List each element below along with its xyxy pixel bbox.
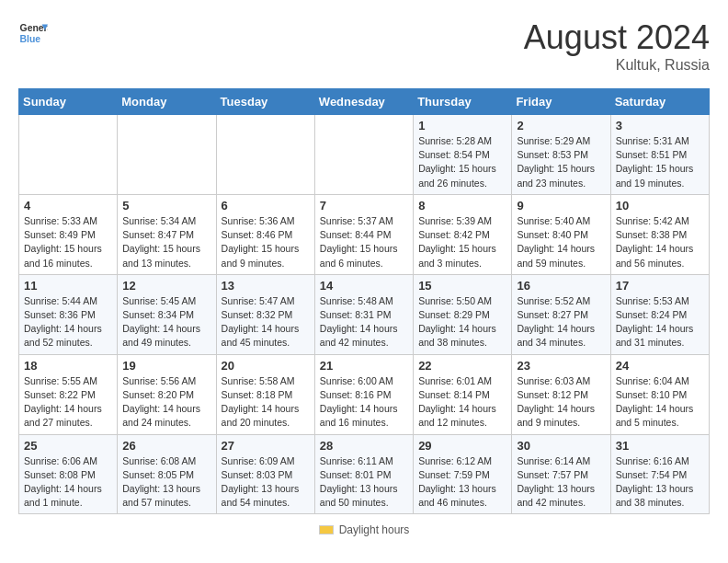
day-info: Sunrise: 6:09 AM Sunset: 8:03 PM Dayligh… [222,454,310,511]
day-cell: 12Sunrise: 5:45 AM Sunset: 8:34 PM Dayli… [118,274,216,354]
day-cell [314,115,413,195]
day-cell: 31Sunrise: 6:16 AM Sunset: 7:54 PM Dayli… [610,434,709,514]
day-cell: 4Sunrise: 5:33 AM Sunset: 8:49 PM Daylig… [19,194,118,274]
day-number: 21 [320,359,408,373]
day-number: 9 [517,199,605,213]
day-cell: 24Sunrise: 6:04 AM Sunset: 8:10 PM Dayli… [610,354,709,434]
day-number: 2 [517,119,605,132]
day-info: Sunrise: 5:36 AM Sunset: 8:46 PM Dayligh… [222,214,310,270]
week-row-5: 25Sunrise: 6:06 AM Sunset: 8:08 PM Dayli… [19,434,710,514]
day-info: Sunrise: 5:42 AM Sunset: 8:38 PM Dayligh… [616,214,704,270]
svg-text:Blue: Blue [20,34,41,44]
day-cell [118,115,216,195]
day-cell [216,115,314,195]
header-cell-sunday: Sunday [19,89,118,115]
day-number: 13 [222,279,310,293]
month-title: August 2024 [524,18,710,57]
day-cell: 19Sunrise: 5:56 AM Sunset: 8:20 PM Dayli… [118,354,216,434]
day-cell: 23Sunrise: 6:03 AM Sunset: 8:12 PM Dayli… [512,354,610,434]
day-number: 12 [122,279,210,293]
day-info: Sunrise: 6:11 AM Sunset: 8:01 PM Dayligh… [320,454,408,511]
day-cell: 9Sunrise: 5:40 AM Sunset: 8:40 PM Daylig… [512,194,610,274]
day-number: 22 [418,359,506,373]
day-number: 10 [616,199,704,213]
day-cell: 18Sunrise: 5:55 AM Sunset: 8:22 PM Dayli… [19,354,118,434]
day-cell: 8Sunrise: 5:39 AM Sunset: 8:42 PM Daylig… [414,194,512,274]
day-info: Sunrise: 6:12 AM Sunset: 7:59 PM Dayligh… [418,454,506,511]
day-number: 1 [418,119,506,132]
day-info: Sunrise: 5:31 AM Sunset: 8:51 PM Dayligh… [616,134,704,190]
week-row-1: 1Sunrise: 5:28 AM Sunset: 8:54 PM Daylig… [19,115,710,195]
day-cell: 10Sunrise: 5:42 AM Sunset: 8:38 PM Dayli… [610,194,709,274]
day-info: Sunrise: 5:28 AM Sunset: 8:54 PM Dayligh… [418,134,506,190]
day-info: Sunrise: 6:06 AM Sunset: 8:08 PM Dayligh… [24,454,112,511]
calendar-table: SundayMondayTuesdayWednesdayThursdayFrid… [18,88,710,514]
day-info: Sunrise: 6:08 AM Sunset: 8:05 PM Dayligh… [122,454,210,511]
day-info: Sunrise: 5:33 AM Sunset: 8:49 PM Dayligh… [24,214,112,270]
footer-note: Daylight hours [18,523,710,536]
day-number: 7 [320,199,408,213]
day-number: 5 [122,199,210,213]
week-row-4: 18Sunrise: 5:55 AM Sunset: 8:22 PM Dayli… [19,354,710,434]
day-number: 20 [222,359,310,373]
day-number: 11 [24,279,112,293]
day-cell: 20Sunrise: 5:58 AM Sunset: 8:18 PM Dayli… [216,354,314,434]
day-number: 23 [517,359,605,373]
location-title: Kultuk, Russia [524,57,710,74]
logo: General Blue [18,18,48,48]
day-cell: 28Sunrise: 6:11 AM Sunset: 8:01 PM Dayli… [314,434,413,514]
header-cell-thursday: Thursday [414,89,512,115]
footer: Daylight hours [18,523,710,536]
day-cell: 21Sunrise: 6:00 AM Sunset: 8:16 PM Dayli… [314,354,413,434]
day-info: Sunrise: 6:03 AM Sunset: 8:12 PM Dayligh… [517,374,605,431]
day-number: 29 [418,439,506,453]
day-number: 8 [418,199,506,213]
day-number: 4 [24,199,112,213]
day-cell: 30Sunrise: 6:14 AM Sunset: 7:57 PM Dayli… [512,434,610,514]
daylight-bar-icon [319,525,334,534]
day-info: Sunrise: 5:40 AM Sunset: 8:40 PM Dayligh… [517,214,605,270]
day-cell: 15Sunrise: 5:50 AM Sunset: 8:29 PM Dayli… [414,274,512,354]
day-cell: 17Sunrise: 5:53 AM Sunset: 8:24 PM Dayli… [610,274,709,354]
day-number: 25 [24,439,112,453]
day-info: Sunrise: 6:01 AM Sunset: 8:14 PM Dayligh… [418,374,506,431]
logo-icon: General Blue [18,18,48,48]
day-number: 30 [517,439,605,453]
day-info: Sunrise: 5:29 AM Sunset: 8:53 PM Dayligh… [517,134,605,190]
week-row-2: 4Sunrise: 5:33 AM Sunset: 8:49 PM Daylig… [19,194,710,274]
header-cell-friday: Friday [512,89,610,115]
day-info: Sunrise: 5:39 AM Sunset: 8:42 PM Dayligh… [418,214,506,270]
day-cell: 1Sunrise: 5:28 AM Sunset: 8:54 PM Daylig… [414,115,512,195]
week-row-3: 11Sunrise: 5:44 AM Sunset: 8:36 PM Dayli… [19,274,710,354]
day-cell: 27Sunrise: 6:09 AM Sunset: 8:03 PM Dayli… [216,434,314,514]
calendar-body: 1Sunrise: 5:28 AM Sunset: 8:54 PM Daylig… [19,115,710,514]
day-info: Sunrise: 5:50 AM Sunset: 8:29 PM Dayligh… [418,294,506,350]
header-cell-monday: Monday [118,89,216,115]
day-cell: 22Sunrise: 6:01 AM Sunset: 8:14 PM Dayli… [414,354,512,434]
day-cell: 2Sunrise: 5:29 AM Sunset: 8:53 PM Daylig… [512,115,610,195]
day-info: Sunrise: 5:34 AM Sunset: 8:47 PM Dayligh… [122,214,210,270]
day-cell: 29Sunrise: 6:12 AM Sunset: 7:59 PM Dayli… [414,434,512,514]
day-info: Sunrise: 5:52 AM Sunset: 8:27 PM Dayligh… [517,294,605,350]
day-cell: 5Sunrise: 5:34 AM Sunset: 8:47 PM Daylig… [118,194,216,274]
day-cell: 6Sunrise: 5:36 AM Sunset: 8:46 PM Daylig… [216,194,314,274]
day-cell: 16Sunrise: 5:52 AM Sunset: 8:27 PM Dayli… [512,274,610,354]
day-number: 15 [418,279,506,293]
day-info: Sunrise: 5:53 AM Sunset: 8:24 PM Dayligh… [616,294,704,350]
title-block: August 2024 Kultuk, Russia [524,18,710,74]
day-info: Sunrise: 5:37 AM Sunset: 8:44 PM Dayligh… [320,214,408,270]
day-cell [19,115,118,195]
day-info: Sunrise: 6:04 AM Sunset: 8:10 PM Dayligh… [616,374,704,431]
day-info: Sunrise: 5:44 AM Sunset: 8:36 PM Dayligh… [24,294,112,350]
day-number: 18 [24,359,112,373]
day-info: Sunrise: 5:47 AM Sunset: 8:32 PM Dayligh… [222,294,310,350]
day-number: 27 [222,439,310,453]
day-cell: 26Sunrise: 6:08 AM Sunset: 8:05 PM Dayli… [118,434,216,514]
day-cell: 11Sunrise: 5:44 AM Sunset: 8:36 PM Dayli… [19,274,118,354]
day-number: 31 [616,439,704,453]
day-info: Sunrise: 6:14 AM Sunset: 7:57 PM Dayligh… [517,454,605,511]
day-cell: 7Sunrise: 5:37 AM Sunset: 8:44 PM Daylig… [314,194,413,274]
day-cell: 14Sunrise: 5:48 AM Sunset: 8:31 PM Dayli… [314,274,413,354]
page-header: General Blue August 2024 Kultuk, Russia [18,18,710,74]
day-cell: 13Sunrise: 5:47 AM Sunset: 8:32 PM Dayli… [216,274,314,354]
